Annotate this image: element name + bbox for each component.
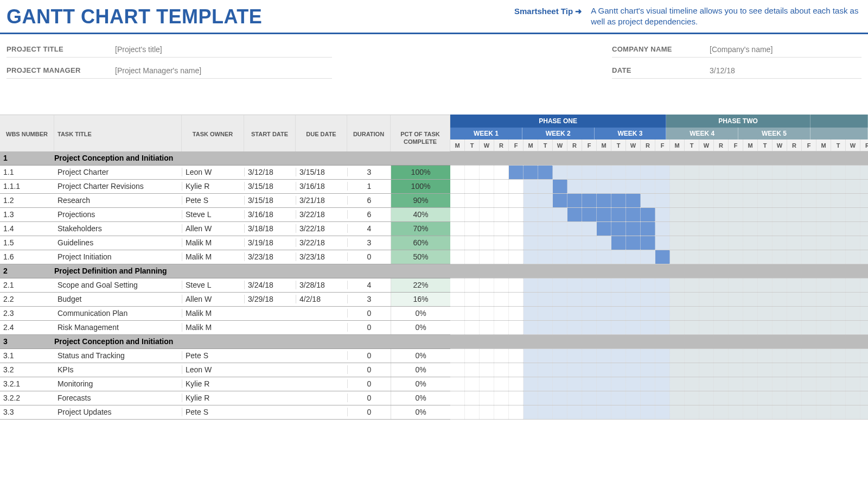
task-owner[interactable]: Leon W (182, 168, 244, 176)
gantt-cell[interactable] (538, 166, 553, 179)
task-row[interactable]: 3.3Project UpdatesPete S00% (0, 405, 450, 420)
gantt-cell[interactable] (494, 208, 509, 221)
gantt-cell[interactable] (582, 250, 597, 264)
gantt-cell[interactable] (538, 278, 553, 292)
gantt-cell[interactable] (509, 405, 524, 419)
company-name-value[interactable]: [Company's name] (710, 42, 861, 58)
gantt-cell[interactable] (509, 293, 524, 306)
gantt-cell[interactable] (670, 377, 685, 391)
gantt-cell[interactable] (758, 194, 773, 207)
gantt-cell[interactable] (655, 236, 670, 250)
gantt-cell[interactable] (860, 349, 868, 363)
gantt-cell[interactable] (641, 194, 655, 207)
gantt-cell[interactable] (773, 278, 787, 292)
task-pct[interactable]: 0% (391, 363, 450, 377)
task-row[interactable]: 2.3Communication PlanMalik M00% (0, 307, 450, 321)
gantt-cell[interactable] (816, 166, 831, 179)
gantt-cell[interactable] (641, 307, 655, 320)
gantt-cell[interactable] (509, 377, 524, 391)
gantt-cell[interactable] (729, 278, 743, 292)
gantt-cell[interactable] (655, 363, 670, 377)
gantt-cell[interactable] (611, 391, 626, 405)
gantt-cell[interactable] (831, 321, 846, 334)
gantt-cell[interactable] (714, 363, 729, 377)
gantt-cell[interactable] (553, 166, 567, 179)
gantt-cell[interactable] (626, 222, 641, 236)
gantt-cell[interactable] (802, 194, 816, 207)
task-row[interactable]: 3.2.2ForecastsKylie R00% (0, 391, 450, 405)
task-title[interactable]: Project Charter (54, 168, 182, 176)
gantt-cell[interactable] (787, 236, 802, 250)
gantt-cell[interactable] (743, 405, 758, 419)
gantt-cell[interactable] (538, 293, 553, 306)
gantt-cell[interactable] (641, 377, 655, 391)
gantt-cell[interactable] (758, 293, 773, 306)
task-owner[interactable]: Malik M (182, 252, 244, 261)
gantt-cell[interactable] (685, 391, 699, 405)
gantt-cell[interactable] (509, 180, 524, 193)
gantt-cell[interactable] (860, 307, 868, 320)
gantt-cell[interactable] (831, 377, 846, 391)
gantt-cell[interactable] (450, 377, 465, 391)
gantt-cell[interactable] (450, 180, 465, 193)
gantt-cell[interactable] (480, 307, 494, 320)
gantt-cell[interactable] (743, 321, 758, 334)
gantt-cell[interactable] (553, 278, 567, 292)
gantt-cell[interactable] (538, 321, 553, 334)
gantt-cell[interactable] (480, 250, 494, 264)
gantt-cell[interactable] (831, 363, 846, 377)
gantt-cell[interactable] (480, 405, 494, 419)
gantt-cell[interactable] (494, 180, 509, 193)
gantt-cell[interactable] (802, 307, 816, 320)
gantt-cell[interactable] (538, 236, 553, 250)
gantt-cell[interactable] (729, 377, 743, 391)
gantt-cell[interactable] (758, 166, 773, 179)
section-row[interactable]: 3Project Conception and Initiation (0, 335, 450, 349)
task-title[interactable]: Communication Plan (54, 309, 182, 318)
gantt-cell[interactable] (802, 278, 816, 292)
gantt-cell[interactable] (465, 208, 480, 221)
gantt-cell[interactable] (729, 321, 743, 334)
gantt-cell[interactable] (846, 236, 860, 250)
task-start[interactable]: 3/19/18 (244, 238, 296, 247)
gantt-cell[interactable] (860, 208, 868, 221)
gantt-cell[interactable] (494, 293, 509, 306)
gantt-cell[interactable] (729, 363, 743, 377)
gantt-cell[interactable] (685, 236, 699, 250)
gantt-cell[interactable] (655, 405, 670, 419)
task-title[interactable]: Project Updates (54, 408, 182, 416)
gantt-cell[interactable] (611, 180, 626, 193)
task-pct[interactable]: 0% (391, 349, 450, 363)
task-row[interactable]: 2.1Scope and Goal SettingSteve L3/24/183… (0, 278, 450, 293)
gantt-cell[interactable] (758, 236, 773, 250)
task-pct[interactable]: 0% (391, 321, 450, 334)
gantt-cell[interactable] (670, 208, 685, 221)
gantt-cell[interactable] (670, 391, 685, 405)
gantt-cell[interactable] (538, 222, 553, 236)
gantt-cell[interactable] (480, 278, 494, 292)
gantt-cell[interactable] (831, 278, 846, 292)
gantt-cell[interactable] (553, 194, 567, 207)
gantt-cell[interactable] (685, 194, 699, 207)
gantt-cell[interactable] (802, 363, 816, 377)
gantt-cell[interactable] (773, 363, 787, 377)
gantt-cell[interactable] (714, 250, 729, 264)
gantt-cell[interactable] (494, 377, 509, 391)
task-title[interactable]: Scope and Goal Setting (54, 281, 182, 289)
task-owner[interactable]: Allen W (182, 224, 244, 233)
gantt-cell[interactable] (524, 321, 538, 334)
task-pct[interactable]: 0% (391, 377, 450, 391)
gantt-cell[interactable] (802, 236, 816, 250)
gantt-cell[interactable] (773, 166, 787, 179)
gantt-cell[interactable] (831, 250, 846, 264)
gantt-cell[interactable] (641, 278, 655, 292)
gantt-cell[interactable] (538, 363, 553, 377)
gantt-cell[interactable] (567, 405, 582, 419)
gantt-cell[interactable] (465, 222, 480, 236)
gantt-cell[interactable] (538, 307, 553, 320)
gantt-cell[interactable] (773, 377, 787, 391)
gantt-cell[interactable] (494, 222, 509, 236)
gantt-cell[interactable] (685, 208, 699, 221)
gantt-cell[interactable] (450, 321, 465, 334)
gantt-cell[interactable] (480, 349, 494, 363)
